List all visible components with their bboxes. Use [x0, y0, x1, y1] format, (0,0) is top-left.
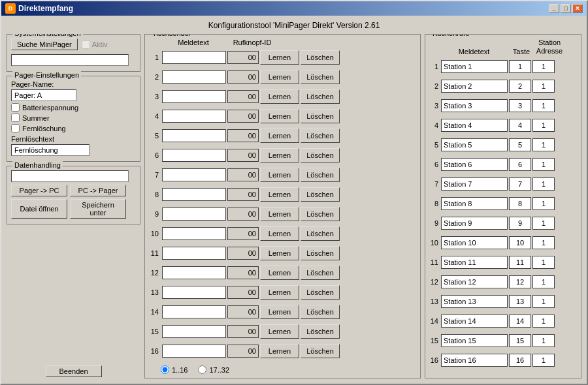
kr-taste-input[interactable]: [509, 217, 531, 230]
ts-loeschen-button[interactable]: Löschen: [301, 207, 340, 221]
batterie-checkbox[interactable]: [11, 103, 20, 112]
kr-taste-input[interactable]: [509, 295, 531, 308]
kr-taste-input[interactable]: [509, 256, 531, 269]
kr-taste-input[interactable]: [509, 315, 531, 328]
ts-loeschen-button[interactable]: Löschen: [301, 148, 340, 162]
ts-rufknopf-input[interactable]: [227, 227, 259, 240]
ts-rufknopf-input[interactable]: [227, 110, 259, 123]
kr-taste-input[interactable]: [509, 354, 531, 367]
ts-rufknopf-input[interactable]: [227, 129, 259, 142]
ts-lernen-button[interactable]: Lernen: [260, 109, 299, 123]
summer-checkbox[interactable]: [11, 114, 20, 122]
ts-lernen-button[interactable]: Lernen: [260, 89, 299, 104]
ts-meldetext-input[interactable]: [162, 188, 226, 201]
kr-meldetext-input[interactable]: [441, 60, 508, 73]
kr-adresse-input[interactable]: [532, 295, 555, 308]
kr-meldetext-input[interactable]: [441, 99, 508, 112]
ts-loeschen-button[interactable]: Löschen: [301, 109, 340, 123]
kr-taste-input[interactable]: [509, 60, 531, 73]
kr-taste-input[interactable]: [509, 275, 531, 288]
ts-loeschen-button[interactable]: Löschen: [301, 70, 340, 84]
ts-meldetext-input[interactable]: [162, 247, 226, 260]
pc-pager-button[interactable]: PC -> Pager: [70, 185, 126, 196]
kr-adresse-input[interactable]: [532, 158, 555, 171]
ts-loeschen-button[interactable]: Löschen: [301, 89, 340, 104]
ts-rufknopf-input[interactable]: [227, 149, 259, 162]
kr-adresse-input[interactable]: [532, 119, 555, 132]
ts-loeschen-button[interactable]: Löschen: [301, 344, 340, 358]
ts-meldetext-input[interactable]: [162, 70, 226, 84]
ts-loeschen-button[interactable]: Löschen: [301, 324, 340, 339]
ts-meldetext-input[interactable]: [162, 227, 226, 240]
radio-17-32[interactable]: [198, 365, 206, 374]
ts-loeschen-button[interactable]: Löschen: [301, 226, 340, 241]
datenhandling-input[interactable]: [11, 170, 129, 182]
ts-rufknopf-input[interactable]: [227, 247, 259, 260]
kr-taste-input[interactable]: [509, 99, 531, 112]
kr-adresse-input[interactable]: [532, 80, 555, 93]
suche-minipager-button[interactable]: Suche MiniPager: [11, 38, 78, 50]
close-button[interactable]: ✕: [572, 4, 583, 13]
ts-loeschen-button[interactable]: Löschen: [301, 168, 340, 182]
kr-adresse-input[interactable]: [532, 197, 555, 210]
kr-adresse-input[interactable]: [532, 315, 555, 328]
minimize-button[interactable]: _: [549, 4, 559, 13]
ts-meldetext-input[interactable]: [162, 325, 226, 338]
ts-rufknopf-input[interactable]: [227, 51, 259, 64]
kr-meldetext-input[interactable]: [441, 275, 508, 288]
ts-loeschen-button[interactable]: Löschen: [301, 50, 340, 65]
ts-lernen-button[interactable]: Lernen: [260, 168, 299, 182]
kr-meldetext-input[interactable]: [441, 80, 508, 93]
ts-meldetext-input[interactable]: [162, 149, 226, 162]
kr-meldetext-input[interactable]: [441, 354, 508, 367]
beenden-button[interactable]: Beenden: [46, 365, 102, 377]
ts-lernen-button[interactable]: Lernen: [260, 305, 299, 319]
kr-meldetext-input[interactable]: [441, 119, 508, 132]
kr-taste-input[interactable]: [509, 197, 531, 210]
ts-meldetext-input[interactable]: [162, 129, 226, 142]
datei-oeffnen-button[interactable]: Datei öffnen: [11, 199, 67, 219]
ts-loeschen-button[interactable]: Löschen: [301, 305, 340, 319]
kr-meldetext-input[interactable]: [441, 197, 508, 210]
ts-rufknopf-input[interactable]: [227, 188, 259, 201]
kr-meldetext-input[interactable]: [441, 256, 508, 269]
kr-meldetext-input[interactable]: [441, 236, 508, 249]
ts-meldetext-input[interactable]: [162, 345, 226, 358]
kr-taste-input[interactable]: [509, 138, 531, 151]
kr-meldetext-input[interactable]: [441, 315, 508, 328]
ts-rufknopf-input[interactable]: [227, 208, 259, 221]
ts-rufknopf-input[interactable]: [227, 286, 259, 299]
pager-pc-button[interactable]: Pager -> PC: [11, 185, 67, 196]
ts-lernen-button[interactable]: Lernen: [260, 344, 299, 358]
kr-adresse-input[interactable]: [532, 60, 555, 73]
fernloeschtext-input[interactable]: [11, 144, 90, 156]
ts-loeschen-button[interactable]: Löschen: [301, 129, 340, 143]
ts-meldetext-input[interactable]: [162, 110, 226, 123]
search-input[interactable]: [11, 54, 129, 66]
kr-adresse-input[interactable]: [532, 217, 555, 230]
ts-meldetext-input[interactable]: [162, 266, 226, 279]
ts-lernen-button[interactable]: Lernen: [260, 187, 299, 202]
ts-lernen-button[interactable]: Lernen: [260, 129, 299, 143]
ts-meldetext-input[interactable]: [162, 168, 226, 181]
kr-meldetext-input[interactable]: [441, 295, 508, 308]
ts-loeschen-button[interactable]: Löschen: [301, 285, 340, 300]
ts-rufknopf-input[interactable]: [227, 305, 259, 318]
kr-adresse-input[interactable]: [532, 256, 555, 269]
ts-rufknopf-input[interactable]: [227, 70, 259, 84]
kr-adresse-input[interactable]: [532, 334, 555, 347]
ts-meldetext-input[interactable]: [162, 51, 226, 64]
ts-rufknopf-input[interactable]: [227, 90, 259, 103]
kr-adresse-input[interactable]: [532, 354, 555, 367]
kr-taste-input[interactable]: [509, 80, 531, 93]
ts-loeschen-button[interactable]: Löschen: [301, 266, 340, 280]
ts-lernen-button[interactable]: Lernen: [260, 70, 299, 84]
ts-lernen-button[interactable]: Lernen: [260, 285, 299, 300]
ts-lernen-button[interactable]: Lernen: [260, 226, 299, 241]
kr-adresse-input[interactable]: [532, 138, 555, 151]
fernloesch-checkbox[interactable]: [11, 124, 20, 132]
ts-lernen-button[interactable]: Lernen: [260, 148, 299, 162]
kr-taste-input[interactable]: [509, 334, 531, 347]
maximize-button[interactable]: □: [561, 4, 571, 13]
ts-lernen-button[interactable]: Lernen: [260, 246, 299, 260]
